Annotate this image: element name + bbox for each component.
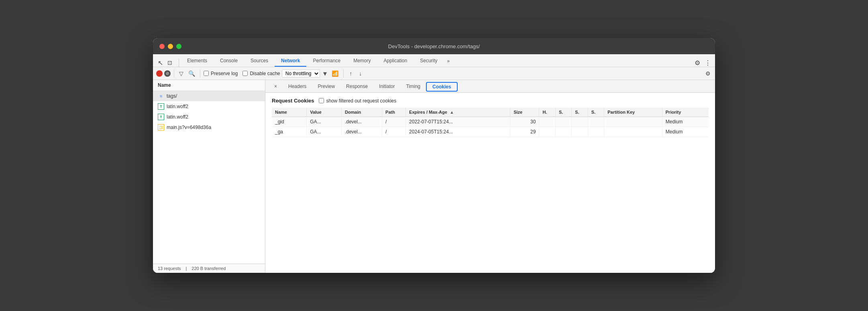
js-file-icon: ⚿	[158, 124, 164, 131]
col-header-domain[interactable]: Domain	[341, 108, 382, 117]
divider: |	[185, 266, 187, 271]
show-filtered-label[interactable]: show filtered out request cookies	[319, 98, 396, 104]
tab-network[interactable]: Network	[275, 55, 306, 67]
tab-performance[interactable]: Performance	[306, 55, 347, 67]
filter-icon[interactable]: ▽	[177, 70, 185, 78]
cursor-icon[interactable]: ↖	[156, 59, 164, 67]
cookie-expires-gid: 2022-07-07T15:24...	[406, 117, 510, 127]
download-icon[interactable]: ↓	[357, 70, 365, 78]
col-header-size[interactable]: Size	[510, 108, 539, 117]
cookie-priority-gid: Medium	[662, 117, 709, 127]
request-cookies-header: Request Cookies show filtered out reques…	[272, 98, 709, 104]
titlebar: DevTools - developer.chrome.com/tags/	[153, 38, 715, 54]
show-filtered-checkbox[interactable]	[319, 98, 324, 103]
cookie-domain-ga: .devel...	[341, 127, 382, 137]
tab-security[interactable]: Security	[414, 55, 444, 67]
cookie-path-gid: /	[382, 117, 406, 127]
preserve-log-checkbox-label[interactable]: Preserve log	[204, 71, 238, 76]
cookie-size-gid: 30	[510, 117, 539, 127]
tab-sources[interactable]: Sources	[244, 55, 275, 67]
cookies-content: Request Cookies show filtered out reques…	[265, 93, 715, 273]
cookie-s3-ga	[588, 127, 604, 137]
cookie-row-gid[interactable]: _gid GA... .devel... / 2022-07-07T15:24.…	[272, 117, 709, 127]
cookies-table: Name Value Domain Path	[272, 108, 709, 137]
left-panel-header: Name	[153, 80, 265, 91]
file-item-latin1[interactable]: T latin.woff2	[153, 101, 265, 112]
minimize-button[interactable]	[168, 44, 173, 49]
devtools-window: DevTools - developer.chrome.com/tags/ ↖ …	[153, 38, 715, 273]
col-header-s1[interactable]: S.	[555, 108, 571, 117]
cookie-s3-gid	[588, 117, 604, 127]
col-header-path[interactable]: Path	[382, 108, 406, 117]
col-header-name[interactable]: Name	[272, 108, 307, 117]
requests-count: 13 requests	[158, 266, 181, 271]
cookie-value-gid: GA...	[307, 117, 342, 127]
devtools-container: ↖ ⊡ Elements Console Sources Network Per…	[153, 54, 715, 273]
network-toolbar: ⊘ ▽ 🔍 Preserve log Disable cache No thro…	[153, 67, 715, 80]
wifi-icon: 📶	[332, 70, 338, 77]
upload-icon[interactable]: ↑	[347, 70, 355, 78]
disable-cache-checkbox-label[interactable]: Disable cache	[242, 71, 280, 76]
maximize-button[interactable]	[176, 44, 181, 49]
throttle-select[interactable]: No throttling	[282, 70, 320, 78]
sub-tab-headers[interactable]: Headers	[283, 81, 312, 92]
request-cookies-title: Request Cookies	[272, 98, 314, 104]
tab-memory[interactable]: Memory	[347, 55, 377, 67]
sub-tab-close[interactable]: ×	[269, 81, 283, 92]
toolbar2-settings-icon[interactable]: ⚙	[704, 70, 712, 78]
search-icon[interactable]: 🔍	[187, 70, 197, 78]
tab-more-button[interactable]: »	[444, 55, 453, 67]
col-header-h[interactable]: H.	[539, 108, 555, 117]
settings-icon[interactable]: ⚙	[693, 59, 701, 67]
col-header-priority[interactable]: Priority	[662, 108, 709, 117]
cookie-name-ga: _ga	[272, 127, 307, 137]
toolbar2-sep2	[200, 70, 200, 78]
file-name-tags: tags/	[167, 93, 177, 99]
col-header-s3[interactable]: S.	[588, 108, 604, 117]
left-panel-footer: 13 requests | 220 B transferred	[153, 264, 265, 273]
block-button[interactable]: ⊘	[164, 70, 171, 77]
sub-tab-timing[interactable]: Timing	[400, 81, 426, 92]
more-dots-icon[interactable]: ⋮	[704, 59, 712, 67]
col-header-expires[interactable]: Expires / Max-Age ▲	[406, 108, 510, 117]
file-item-mainjs[interactable]: ⚿ main.js?v=6498d36a	[153, 122, 265, 133]
file-item-latin2[interactable]: T latin.woff2	[153, 112, 265, 122]
disable-cache-checkbox[interactable]	[242, 71, 248, 76]
cookie-partition-ga	[604, 127, 662, 137]
file-list: ≡ tags/ T latin.woff2 T latin.woff2 ⚿ ma…	[153, 91, 265, 264]
cookie-row-ga[interactable]: _ga GA... .devel... / 2024-07-05T15:24..…	[272, 127, 709, 137]
cookie-expires-ga: 2024-07-05T15:24...	[406, 127, 510, 137]
sub-tab-response[interactable]: Response	[340, 81, 373, 92]
cookies-table-body: _gid GA... .devel... / 2022-07-07T15:24.…	[272, 117, 709, 137]
cookie-s1-gid	[555, 117, 571, 127]
col-header-s2[interactable]: S.	[572, 108, 588, 117]
sub-tab-initiator[interactable]: Initiator	[373, 81, 400, 92]
col-header-partition-key[interactable]: Partition Key	[604, 108, 662, 117]
col-header-value[interactable]: Value	[307, 108, 342, 117]
mobile-icon[interactable]: ⊡	[166, 59, 174, 67]
tab-elements[interactable]: Elements	[181, 55, 214, 67]
file-item-tags[interactable]: ≡ tags/	[153, 91, 265, 101]
toolbar2-sep3	[343, 70, 344, 78]
file-name-latin1: latin.woff2	[167, 104, 188, 109]
tab-console[interactable]: Console	[214, 55, 244, 67]
record-button[interactable]	[156, 70, 163, 77]
sub-tabs-bar: × Headers Preview Response Initiator	[265, 80, 715, 93]
transferred-size: 220 B transferred	[192, 266, 226, 271]
cookies-table-head: Name Value Domain Path	[272, 108, 709, 117]
close-button[interactable]	[159, 44, 165, 49]
cookie-h-gid	[539, 117, 555, 127]
cookie-h-ga	[539, 127, 555, 137]
cookie-domain-gid: .devel...	[341, 117, 382, 127]
tab-application[interactable]: Application	[377, 55, 414, 67]
font-file-icon-1: T	[158, 103, 164, 110]
cookie-path-ga: /	[382, 127, 406, 137]
preserve-log-checkbox[interactable]	[204, 71, 209, 76]
cookie-size-ga: 29	[510, 127, 539, 137]
sub-tab-preview[interactable]: Preview	[312, 81, 340, 92]
cookie-partition-gid	[604, 117, 662, 127]
cookie-s2-gid	[572, 117, 588, 127]
right-panel: × Headers Preview Response Initiator	[265, 80, 715, 273]
main-tabs-bar: ↖ ⊡ Elements Console Sources Network Per…	[153, 54, 715, 67]
sub-tab-cookies[interactable]: Cookies	[426, 82, 458, 92]
